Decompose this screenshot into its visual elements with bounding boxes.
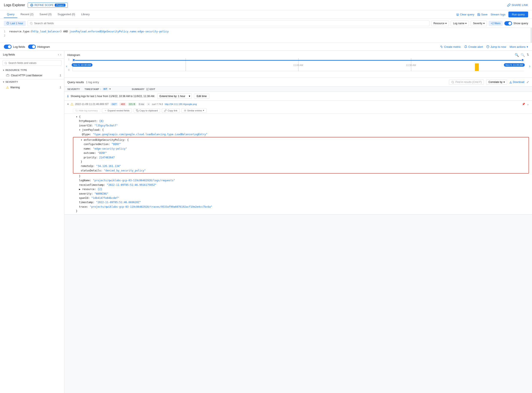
query-editor[interactable]: 1 resource.type:(http_load_balancer) AND… — [0, 28, 532, 43]
slider-right-handle[interactable] — [521, 59, 524, 61]
resource-filter[interactable]: Resource ▾ — [431, 20, 449, 26]
search-fields-box — [3, 60, 62, 66]
warning-label: Warning — [10, 86, 20, 89]
more-actions-button[interactable]: More actions ▾ — [510, 45, 528, 49]
nav-tabs-right: Clear query Save Stream logs Run query — [456, 12, 528, 17]
search-fields-input[interactable] — [8, 62, 60, 64]
extend-main-button[interactable]: Extend time by: 1 hour — [157, 94, 187, 98]
edit-time-button[interactable]: Edit time — [194, 94, 210, 99]
histogram-toggle[interactable] — [28, 44, 36, 49]
settings-icon[interactable]: ⇅ — [527, 53, 529, 57]
histogram-timeline: Nov 9, 10:38 AM 11:00 AM 11:30 AM Nov 9,… — [72, 58, 524, 63]
jump-to-now-button[interactable]: Jump to now — [486, 45, 506, 49]
log-timestamp-line: timestamp: "2022-11-09T05:51:46.669620Z" — [73, 200, 529, 204]
time-end-chip: Nov 9, 11:39 AM — [504, 63, 525, 67]
hide-log-button[interactable]: Hide log summary — [73, 108, 100, 113]
app-title: Logs Explorer — [4, 3, 25, 7]
cloud-http-lb-item[interactable]: Cloud HTTP Load Balancer 1 — [0, 73, 64, 78]
results-count: 1 log entry — [86, 81, 99, 84]
plus-filters-button[interactable]: +2 filters — [489, 21, 503, 26]
save-button[interactable]: Save — [477, 13, 488, 16]
save-label: Save — [481, 13, 488, 16]
similar-icon — [184, 109, 186, 112]
svg-line-13 — [453, 83, 454, 83]
severity-chevron: ▾ — [3, 81, 4, 83]
log-scroll-area[interactable]: ℹ Showing logs for last 1 hour from 11/9… — [64, 92, 532, 393]
log-name-filter[interactable]: Log name ▾ — [451, 20, 469, 26]
time-button[interactable]: Last 1 hour — [4, 21, 26, 26]
similar-entries-button[interactable]: Similar entries ▾ — [181, 108, 207, 113]
run-query-button[interactable]: Run query — [508, 12, 528, 17]
tab-suggested[interactable]: Suggested (0) — [55, 11, 78, 18]
expand-results-button[interactable]: ⤢ — [527, 80, 529, 84]
create-alert-button[interactable]: Create alert — [464, 45, 483, 49]
find-in-results-box[interactable]: Find in results (Cmd F) — [449, 79, 484, 85]
warning-item[interactable]: ⚠ Warning 1 — [0, 84, 64, 90]
log-fields-toggle[interactable] — [4, 44, 12, 49]
expand-nested-button[interactable]: Expand nested fields — [102, 108, 132, 113]
find-icon — [451, 81, 454, 84]
svg-point-1 — [31, 5, 32, 5]
copy-link-label: Copy link — [168, 109, 177, 112]
resource-line: ▶ resource: {2} — [73, 187, 529, 191]
resource-type-chevron: ▾ — [3, 69, 4, 71]
svg-point-17 — [185, 110, 185, 111]
correlate-by-button[interactable]: Correlate by ▾ — [486, 79, 507, 85]
hist-next-button[interactable]: › — [529, 64, 530, 68]
copy-link-button[interactable]: Copy link — [162, 108, 180, 113]
severity-label: Severity — [473, 22, 482, 25]
extend-arrow-button[interactable]: ▾ — [187, 94, 191, 98]
col-timestamp-header[interactable]: TIMESTAMP ↑ IST ▾ — [85, 88, 132, 90]
resource-type-section-header[interactable]: ▾ RESOURCE TYPE — [0, 68, 64, 73]
stream-logs-button[interactable]: Stream logs — [491, 13, 505, 16]
log-ms: 0 ms — [138, 103, 145, 106]
edit-col-button[interactable]: EDIT — [146, 88, 155, 90]
log-expand-button[interactable]: ⌄ — [527, 103, 529, 106]
copy-clipboard-button[interactable]: Copy to clipboard — [134, 108, 160, 113]
time-start-chip: Nov 9, 10:38 AM — [72, 63, 92, 67]
col-severity-header: SEVERITY — [67, 88, 85, 90]
share-link-button[interactable]: SHARE LINK — [507, 3, 528, 7]
slider-left-handle[interactable] — [72, 59, 75, 61]
resource-type-label: RESOURCE TYPE — [5, 69, 27, 71]
log-entry-header[interactable]: ▾ ⚠ 2022-11-09 11:21:46.669 IST GET 403 … — [64, 101, 532, 107]
histogram-bar-main — [475, 64, 479, 71]
panel-left-icon[interactable]: ‹ — [58, 53, 59, 56]
clear-query-button[interactable]: Clear query — [456, 13, 474, 16]
histogram-label: Histogram — [37, 45, 50, 49]
tab-recent[interactable]: Recent (2) — [17, 11, 36, 18]
histogram-icons: 🔍 🔍 ⇅ — [515, 53, 529, 57]
log-pin-button[interactable]: 📌 — [522, 103, 525, 106]
download-button[interactable]: Download — [509, 81, 524, 84]
main-toolbar: Log fields Histogram Create metric Creat… — [0, 43, 532, 51]
zoom-out-icon[interactable]: 🔍 — [515, 53, 519, 57]
extend-time-button[interactable]: Extend time by: 1 hour ▾ — [157, 93, 192, 99]
json-payload-close-line: } — [73, 174, 529, 178]
priority-line: priority: 2147483647 — [75, 155, 527, 160]
top-bar: Logs Explorer REFINE SCOPE Project SHARE… — [0, 0, 532, 10]
info-icon: ℹ — [67, 94, 68, 98]
zoom-in-icon[interactable]: 🔍 — [521, 53, 525, 57]
tab-saved[interactable]: Saved (0) — [36, 11, 55, 18]
search-input[interactable] — [34, 22, 427, 25]
tab-library[interactable]: Library — [78, 11, 93, 18]
ist-badge[interactable]: IST — [102, 88, 108, 90]
expand-entry-arrow[interactable]: ▾ — [67, 103, 69, 106]
panel-right-icon[interactable]: › — [60, 53, 61, 56]
histogram-container: Histogram 🔍 🔍 ⇅ ‹ 1 0 — [64, 51, 532, 78]
severity-section-header[interactable]: ▾ SEVERITY — [0, 79, 64, 84]
refine-scope-button[interactable]: REFINE SCOPE Project — [28, 3, 68, 8]
y-axis: 1 0 — [68, 58, 70, 71]
svg-point-12 — [452, 81, 454, 83]
similar-entries-label: Similar entries — [187, 109, 202, 112]
show-query-switch[interactable] — [504, 21, 512, 25]
log-timestamp: 2022-11-09 11:21:46.669 IST — [75, 103, 109, 106]
time-label: Last 1 hour — [10, 22, 23, 25]
left-panel-title: Log fields — [3, 53, 15, 56]
severity-filter[interactable]: Severity ▾ — [471, 20, 487, 26]
log-name-chevron: ▾ — [465, 22, 467, 25]
create-metric-button[interactable]: Create metric — [440, 45, 461, 49]
log-open-brace: ▾ { — [73, 115, 529, 119]
hist-prev-button[interactable]: ‹ — [66, 64, 67, 68]
tab-query[interactable]: Query — [4, 11, 17, 18]
